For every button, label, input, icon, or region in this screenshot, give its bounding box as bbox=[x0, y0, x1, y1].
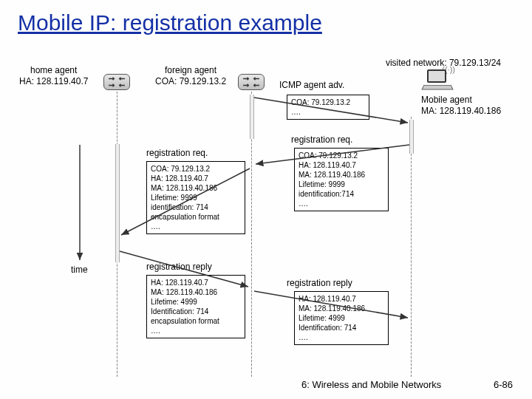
mobile-agent-title: Mobile agent bbox=[421, 95, 472, 105]
reg-req-left-box: COA: 79.129.13.2HA: 128.119.40.7MA: 128.… bbox=[146, 161, 245, 234]
lifeline-fa-active bbox=[250, 95, 254, 139]
footer-text: 6: Wireless and Mobile Networks bbox=[301, 379, 441, 390]
reg-reply-left-box: HA: 128.119.40.7MA: 128.119.40.186Lifeti… bbox=[146, 275, 245, 338]
mobile-agent-addr: MA: 128.119.40.186 bbox=[421, 106, 501, 116]
laptop-icon: ((·)) bbox=[421, 69, 454, 92]
home-agent-label: home agent HA: 128.119.40.7 bbox=[19, 65, 88, 87]
foreign-agent-addr: COA: 79.129.13.2 bbox=[155, 76, 226, 86]
foreign-agent-title: foreign agent bbox=[165, 65, 216, 75]
reg-req-left-label: registration req. bbox=[146, 148, 208, 158]
lifeline-ha-active bbox=[115, 144, 120, 262]
icmp-adv-box: COA: 79.129.13.2…. bbox=[287, 95, 369, 120]
reg-req-right-label: registration req. bbox=[291, 134, 352, 145]
reg-reply-left-label: registration reply bbox=[146, 262, 212, 272]
icmp-adv-label: ICMP agent adv. bbox=[279, 80, 344, 90]
reg-req-right-box: COA: 79.129.13.2HA: 128.119.40.7MA: 128.… bbox=[294, 148, 389, 211]
page-title: Mobile IP: registration example bbox=[18, 10, 322, 35]
foreign-agent-label: foreign agent COA: 79.129.13.2 bbox=[155, 65, 226, 87]
home-agent-addr: HA: 128.119.40.7 bbox=[19, 76, 88, 86]
foreign-agent-router-icon bbox=[238, 74, 265, 90]
lifeline-ma bbox=[411, 117, 412, 377]
home-agent-router-icon bbox=[103, 74, 130, 90]
mobile-agent-label: Mobile agent MA: 128.119.40.186 bbox=[421, 95, 501, 117]
time-label: time bbox=[71, 265, 88, 275]
lifeline-ma-active bbox=[409, 120, 414, 154]
home-agent-title: home agent bbox=[30, 65, 77, 75]
reg-reply-right-box: HA: 128.119.40.7MA: 128.119.40.186Lifeti… bbox=[294, 291, 389, 345]
reg-reply-right-label: registration reply bbox=[287, 278, 352, 288]
page-number: 6-86 bbox=[494, 379, 513, 390]
